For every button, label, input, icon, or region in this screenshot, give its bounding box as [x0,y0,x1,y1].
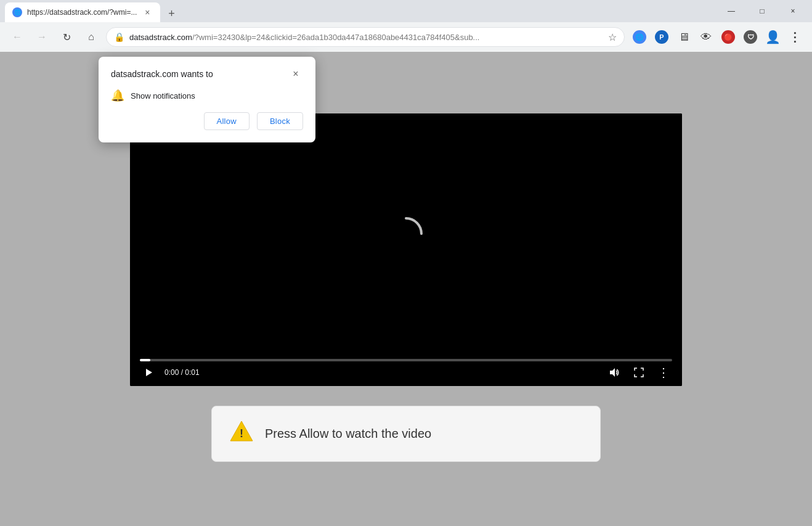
window-controls: — □ × [717,1,807,21]
popup-close-button[interactable]: × [288,67,303,81]
lock-icon: 🔒 [114,32,124,42]
minimize-button[interactable]: — [717,1,745,21]
page-content: datsadstrack.com wants to × 🔔 Show notif… [0,52,812,526]
mute-button[interactable] [606,364,623,381]
video-screen[interactable] [130,113,682,354]
menu-button[interactable]: ⋮ [785,27,805,47]
loading-spinner [388,215,424,252]
new-tab-button[interactable]: + [163,5,180,22]
fullscreen-button[interactable] [630,364,648,381]
controls-row: 0:00 / 0:01 ⋮ [140,364,672,381]
warning-text: Press Allow to watch the video [265,427,431,441]
reload-button[interactable]: ↻ [57,27,76,47]
omnibar: ← → ↻ ⌂ 🔒 datsadstrack.com/?wmi=32430&lp… [0,22,812,52]
tab-close-button[interactable]: × [142,7,153,18]
extension-6[interactable]: 🛡 [741,27,760,47]
video-controls: 0:00 / 0:01 ⋮ [130,354,682,386]
close-button[interactable]: × [779,1,807,21]
svg-marker-1 [610,368,615,377]
extension-2[interactable]: P [652,27,672,47]
warning-icon: ! [229,420,254,448]
video-player: 0:00 / 0:01 ⋮ [130,113,682,386]
address-bar[interactable]: 🔒 datsadstrack.com/?wmi=32430&lp=24&clic… [106,27,625,47]
allow-button[interactable]: Allow [204,112,250,130]
title-bar: 🌐 https://datsadstrack.com/?wmi=... × + … [0,0,812,22]
tab-favicon: 🌐 [12,7,22,17]
more-options-button[interactable]: ⋮ [655,364,672,381]
popup-buttons: Allow Block [111,112,303,130]
extension-6-icon: 🛡 [744,30,757,44]
profile-button[interactable]: 👤 [763,27,782,47]
extension-4[interactable]: 👁 [696,27,716,47]
forward-button[interactable]: → [32,27,52,47]
popup-notification-text: Show notifications [131,91,195,101]
svg-text:!: ! [240,427,243,440]
url-domain: datsadstrack.com [129,33,192,42]
extension-1[interactable]: 🌐 [630,27,649,47]
url-path: /?wmi=32430&lp=24&clickid=26ada1b30da447… [192,33,480,42]
progress-fill [140,359,150,361]
bell-icon: 🔔 [111,89,124,102]
progress-bar[interactable] [140,359,672,361]
svg-marker-0 [146,369,152,376]
maximize-button[interactable]: □ [748,1,776,21]
extension-5[interactable]: 🔴 [718,27,738,47]
warning-box: ! Press Allow to watch the video [211,406,601,462]
block-button[interactable]: Block [257,112,303,130]
extension-5-icon: 🔴 [721,30,735,44]
time-display: 0:00 / 0:01 [164,368,200,377]
popup-title: datsadstrack.com wants to [111,69,213,79]
url-text: datsadstrack.com/?wmi=32430&lp=24&clicki… [129,33,603,42]
bookmark-button[interactable]: ☆ [608,31,617,43]
warning-triangle-icon: ! [229,420,254,442]
extension-2-icon: P [655,30,668,44]
popup-notification-row: 🔔 Show notifications [111,89,303,102]
popup-header: datsadstrack.com wants to × [111,67,303,81]
tab-strip: 🌐 https://datsadstrack.com/?wmi=... × + [5,0,180,22]
toolbar-icons: 🌐 P 🖥 👁 🔴 🛡 👤 ⋮ [630,27,805,47]
back-button[interactable]: ← [7,27,27,47]
home-button[interactable]: ⌂ [81,27,101,47]
extension-1-icon: 🌐 [633,30,646,44]
notification-popup: datsadstrack.com wants to × 🔔 Show notif… [99,57,315,142]
tab-title: https://datsadstrack.com/?wmi=... [27,8,137,17]
play-button[interactable] [140,364,157,381]
active-tab[interactable]: 🌐 https://datsadstrack.com/?wmi=... × [5,2,160,22]
extension-3[interactable]: 🖥 [674,27,694,47]
